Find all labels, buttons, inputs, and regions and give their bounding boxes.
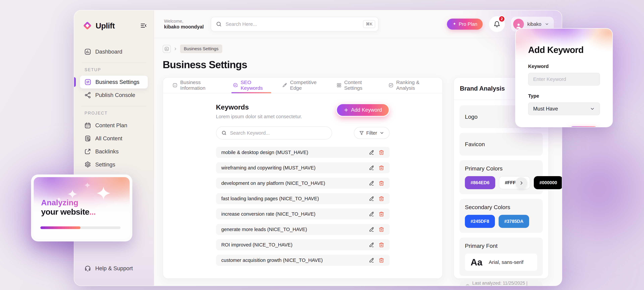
sidebar-item-label: Publish Console [95,92,135,98]
app-window: Uplift Dashboard SETUP [74,10,562,286]
type-select[interactable]: Must Have [528,103,600,115]
sidebar-item-label: Content Plan [95,122,127,129]
primary-colors-title: Primary Colors [465,165,537,172]
delete-keyword-button[interactable] [379,258,384,263]
panel-toggle-button[interactable] [516,177,527,189]
notification-count-badge: 2 [498,15,505,22]
pencil-icon [369,258,374,263]
tab-ranking-analysis[interactable]: Ranking & Analysis [388,78,433,93]
sidebar-item-dashboard[interactable]: Dashboard [80,45,148,58]
sidebar-item-settings[interactable]: Settings [80,158,148,171]
keyword-text: increase conversion rate (NICE_TO_HAVE) [221,211,316,217]
sidebar-item-label: Business Settings [96,79,139,85]
tab-competitive-edge[interactable]: Competitive Edge [282,78,324,93]
filter-button[interactable]: Filter [354,127,390,139]
edit-keyword-button[interactable] [369,258,374,263]
keyword-list: mobile & desktop design (MUST_HAVE) wire… [216,147,390,266]
keyword-field-label: Keyword [528,64,600,69]
tab-content-settings[interactable]: Content Settings [336,78,376,93]
secondary-colors-card: Secondary Colors #245DF8 #3785DA [460,199,543,233]
color-chip[interactable]: #000000 [534,176,562,189]
edit-keyword-button[interactable] [369,150,374,155]
tab-label: Content Settings [344,80,376,91]
search-icon [216,21,222,27]
shortcut-badge: ⌘K [363,20,375,28]
pencil-icon [369,180,374,186]
keywords-header: Keywords Lorem ipsum dolor sit amet cons… [216,103,390,119]
delete-keyword-button[interactable] [379,242,384,248]
edit-keyword-button[interactable] [369,196,374,201]
plus-icon [344,108,349,113]
keyword-input[interactable] [528,73,600,86]
sidebar-collapse-button[interactable] [140,22,147,29]
tab-seo-keywords[interactable]: SEO Keywords [233,78,270,93]
modal-add-button[interactable]: Add [567,126,600,127]
edit-keyword-button[interactable] [369,211,374,217]
edit-keyword-button[interactable] [369,242,374,248]
breadcrumb-current[interactable]: Business Settings [180,44,222,53]
type-select-value: Must Have [533,106,558,112]
keywords-title: Keywords [216,103,302,111]
breadcrumb-home-button[interactable] [163,45,171,53]
sidebar-item-label: Settings [95,161,115,168]
delete-keyword-button[interactable] [379,180,384,186]
analyzing-line2-text: your website [41,207,90,216]
global-search-input[interactable] [226,21,363,27]
logo-label: Logo [465,114,478,120]
pencil-icon [369,196,374,201]
edit-keyword-button[interactable] [369,165,374,171]
sidebar-item-business-settings[interactable]: Business Settings [80,76,148,89]
tab-business-information[interactable]: Business Information [172,78,220,93]
color-chip[interactable]: #864ED6 [465,176,495,189]
secondary-colors-title: Secondary Colors [465,204,537,210]
sidebar-item-backlinks[interactable]: Backlinks [80,145,148,158]
add-keyword-modal: Add Keyword Keyword Type Must Have Cance… [515,28,613,127]
sidebar-item-all-content[interactable]: All Content [80,132,148,145]
sidebar-item-content-plan[interactable]: Content Plan [80,119,148,132]
delete-keyword-button[interactable] [379,227,384,232]
delete-keyword-button[interactable] [379,196,384,201]
keyword-row: mobile & desktop design (MUST_HAVE) [216,147,390,158]
keyword-text: generate more leads (NICE_TO_HAVE) [221,227,307,232]
gear-icon [84,161,91,168]
keyword-row: customer acquisition growth (NICE_TO_HAV… [216,255,390,266]
font-value: Arial, sans-serif [489,259,524,265]
notifications-button[interactable]: 2 [489,16,505,32]
sidebar-item-label: Dashboard [95,49,122,55]
secondary-color-chips: #245DF8 #3785DA [465,215,537,228]
delete-keyword-button[interactable] [379,211,384,217]
pencil-icon [369,242,374,248]
welcome-block: Welcome, kibako moondyal [164,18,204,30]
tab-label: Ranking & Analysis [396,80,433,91]
keywords-subtitle: Lorem ipsum dolor sit amet consectetur. [216,114,302,119]
keywords-bubble-icon [233,82,238,88]
trash-icon [379,242,384,248]
avatar [513,19,524,29]
sidebar-item-label: All Content [95,135,122,142]
analyzing-card: Analyzing your website... [31,174,132,241]
primary-colors-card: Primary Colors #864ED6 #FFFFFF #000000 [460,160,543,194]
sliders-icon [84,79,92,86]
divider [82,63,146,63]
divider [82,106,146,106]
sidebar-item-publish-console[interactable]: Publish Console [80,89,148,102]
headset-icon [84,265,91,272]
font-sample: Aa [470,257,482,268]
delete-keyword-button[interactable] [379,165,384,171]
sidebar-item-help-support[interactable]: Help & Support [80,262,148,275]
welcome-text: Welcome, [164,18,204,24]
brand-analysis-body: Logo Favicon Primary Colors #864ED6 #FFF… [454,100,548,286]
pro-plan-button[interactable]: Pro Plan [447,18,483,30]
edit-keyword-button[interactable] [369,180,374,186]
sidebar-nav: Dashboard SETUP Business Settings [74,45,154,171]
color-chip[interactable]: #3785DA [498,215,529,228]
color-chip[interactable]: #245DF8 [465,215,495,228]
edit-keyword-button[interactable] [369,227,374,232]
add-keyword-button[interactable]: Add Keyword [336,103,390,117]
main-content: Business Settings Business Settings Busi… [154,38,562,286]
analyzing-progress-track [40,226,120,229]
sidebar: Uplift Dashboard SETUP [74,10,154,286]
logo-row: Uplift [74,10,154,31]
delete-keyword-button[interactable] [379,150,384,155]
keyword-search-input[interactable] [230,130,327,136]
